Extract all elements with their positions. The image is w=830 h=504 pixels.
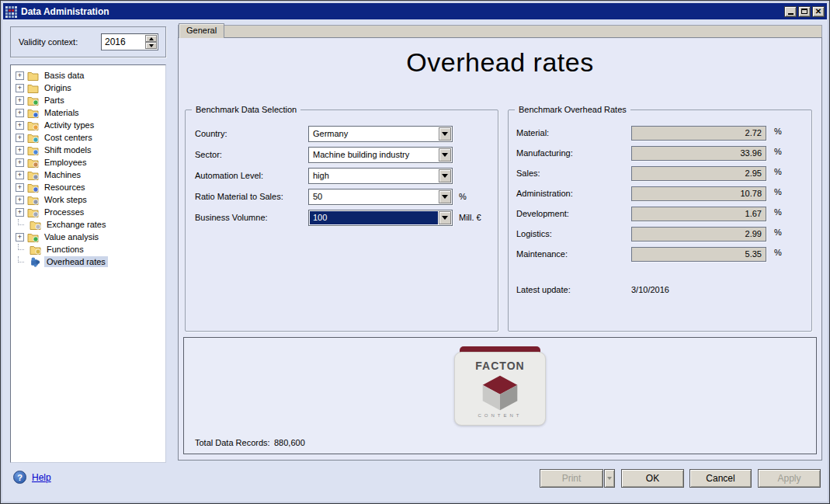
spin-up-button[interactable] <box>145 35 157 42</box>
manufacturing-readonly-field: 33.96 <box>631 146 766 161</box>
tree-item-value-analysis[interactable]: +Value analysis <box>16 231 164 243</box>
tree-item-machines[interactable]: +Machines <box>16 169 164 181</box>
rate-unit: % <box>774 147 782 156</box>
tab-strip <box>178 25 822 37</box>
tree-item-label: Resources <box>42 182 88 193</box>
spinner-buttons <box>145 35 157 49</box>
tree-item-label: Activity types <box>42 120 96 130</box>
tree-connector <box>18 256 24 262</box>
basis-data-folder-icon <box>27 71 40 81</box>
tree-item-cost-centers[interactable]: +Cost centers <box>16 131 164 144</box>
machines-folder-icon <box>27 170 40 180</box>
expand-plus-icon[interactable]: + <box>16 121 24 130</box>
tree-connector <box>18 244 24 250</box>
tree-connector <box>18 219 24 225</box>
tree-item-employees[interactable]: +Employees <box>16 156 164 169</box>
field-label: Automation Level: <box>195 171 263 180</box>
logo-card: FACTON CONTENT <box>454 352 546 426</box>
validity-context-spinner[interactable]: 2016 <box>101 33 158 50</box>
rate-row-administration: Administration:10.78% <box>509 186 811 202</box>
dropdown-arrow-button[interactable] <box>439 190 451 203</box>
page-title: Overhead rates <box>179 47 821 78</box>
help-link[interactable]: Help <box>32 472 51 483</box>
rate-unit: % <box>774 248 782 257</box>
business-volumne-dropdown[interactable]: 100 <box>308 210 453 226</box>
maximize-icon <box>801 9 807 14</box>
ratio-material-to-sales-dropdown[interactable]: 50 <box>308 189 453 205</box>
dropdown-arrow-button[interactable] <box>439 148 451 162</box>
development-readonly-field: 1.67 <box>631 207 766 221</box>
expand-plus-icon[interactable]: + <box>16 158 24 167</box>
minimize-button[interactable] <box>784 6 797 17</box>
print-dropdown-button[interactable] <box>604 469 615 488</box>
validity-context-group: Validity context: 2016 <box>10 26 166 57</box>
expand-plus-icon[interactable]: + <box>16 233 24 242</box>
tree-item-exchange-rates[interactable]: Exchange rates <box>16 218 164 231</box>
validity-context-value[interactable]: 2016 <box>105 36 126 47</box>
total-data-records-value: 880,600 <box>274 438 305 447</box>
facton-content-logo: FACTON CONTENT <box>454 346 546 426</box>
tree-item-shift-models[interactable]: +Shift models <box>16 144 164 156</box>
automation-level-dropdown[interactable]: high <box>308 168 453 184</box>
rate-unit: % <box>774 228 782 237</box>
shift-models-folder-icon <box>27 145 40 155</box>
tree-item-overhead-rates[interactable]: Overhead rates <box>16 255 164 268</box>
tree-item-label: Machines <box>42 169 83 180</box>
tree-item-resources[interactable]: +Resources <box>16 181 164 193</box>
apply-button[interactable]: Apply <box>758 469 821 488</box>
processes-folder-icon <box>27 207 40 217</box>
spin-up-icon <box>149 37 154 40</box>
tree-item-functions[interactable]: Functions <box>16 243 164 255</box>
expand-plus-icon[interactable]: + <box>16 146 24 155</box>
window-controls: ✕ <box>784 6 825 17</box>
tree-item-work-steps[interactable]: +Work steps <box>16 193 164 206</box>
rate-unit: % <box>774 187 782 196</box>
rate-label: Sales: <box>516 169 540 178</box>
field-row-ratio-material-to-sales: Ratio Material to Sales:50% <box>186 189 498 206</box>
field-label: Sector: <box>195 150 222 159</box>
expand-plus-icon[interactable]: + <box>16 134 24 142</box>
country-dropdown[interactable]: Germany <box>308 126 453 142</box>
tab-general[interactable]: General <box>179 23 224 38</box>
benchmark-overhead-rates-legend: Benchmark Overhead Rates <box>515 105 630 114</box>
expand-plus-icon[interactable]: + <box>16 96 24 105</box>
print-button[interactable]: Print <box>540 469 603 488</box>
dropdown-value: Germany <box>310 127 438 141</box>
maximize-button[interactable] <box>798 6 811 17</box>
overhead-rates-puzzle-icon <box>30 257 42 267</box>
cube-icon <box>480 374 520 412</box>
content-info-panel: FACTON CONTENT Total Data Records: 880,6… <box>183 337 817 454</box>
tree-item-parts[interactable]: +Parts <box>16 94 164 106</box>
tree-item-materials[interactable]: +Materials <box>16 106 164 119</box>
cancel-button[interactable]: Cancel <box>689 469 752 488</box>
field-label: Ratio Material to Sales: <box>195 192 283 201</box>
close-icon: ✕ <box>815 8 821 16</box>
tree-item-label: Shift models <box>42 144 94 155</box>
latest-update-value: 3/10/2016 <box>631 285 669 294</box>
expand-plus-icon[interactable]: + <box>16 109 24 117</box>
spin-down-button[interactable] <box>145 42 157 49</box>
rate-unit: % <box>774 207 782 217</box>
tree-item-processes[interactable]: +Processes <box>16 206 164 218</box>
dropdown-arrow-button[interactable] <box>439 127 451 141</box>
logo-brand-text: FACTON <box>475 360 524 372</box>
tree-item-basis-data[interactable]: +Basis data <box>16 69 164 82</box>
dropdown-arrow-button[interactable] <box>439 169 451 182</box>
dropdown-arrow-button[interactable] <box>439 211 451 224</box>
sector-dropdown[interactable]: Machine building industry <box>308 147 453 163</box>
expand-plus-icon[interactable]: + <box>16 196 24 204</box>
tree-item-origins[interactable]: +Origins <box>16 82 164 94</box>
rate-label: Material: <box>516 128 549 137</box>
tree-item-label: Functions <box>44 244 86 255</box>
spin-down-icon <box>149 44 154 47</box>
expand-plus-icon[interactable]: + <box>16 208 24 217</box>
help-question-icon[interactable]: ? <box>13 471 26 484</box>
ok-button[interactable]: OK <box>621 469 684 488</box>
expand-plus-icon[interactable]: + <box>16 183 24 192</box>
close-button[interactable]: ✕ <box>812 6 825 17</box>
expand-plus-icon[interactable]: + <box>16 171 24 179</box>
rate-row-manufacturing: Manufacturing:33.96% <box>509 146 811 162</box>
expand-plus-icon[interactable]: + <box>16 84 24 92</box>
expand-plus-icon[interactable]: + <box>16 71 24 80</box>
tree-item-activity-types[interactable]: +Activity types <box>16 119 164 131</box>
